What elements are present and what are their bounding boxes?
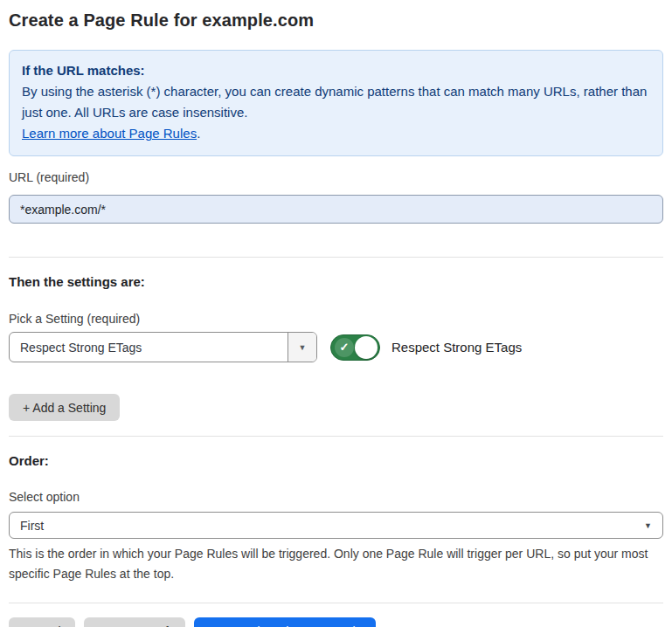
section-divider <box>9 603 663 603</box>
setting-row: Respect Strong ETags ▼ ✓ Respect Strong … <box>9 332 663 362</box>
order-select[interactable]: First ▼ <box>9 512 663 539</box>
toggle-label: Respect Strong ETags <box>391 340 522 355</box>
order-help-text: This is the order in which your Page Rul… <box>9 544 663 584</box>
page-rule-form: Create a Page Rule for example.com If th… <box>0 9 672 627</box>
settings-heading: Then the settings are: <box>9 274 663 289</box>
url-label: URL (required) <box>9 170 663 184</box>
url-input[interactable] <box>9 195 663 224</box>
section-divider <box>9 257 663 258</box>
info-box-heading: If the URL matches: <box>22 60 650 81</box>
url-match-info-box: If the URL matches: By using the asteris… <box>9 50 663 156</box>
order-select-value: First <box>20 519 644 533</box>
learn-more-link[interactable]: Learn more about Page Rules <box>22 126 197 141</box>
section-divider <box>9 436 663 437</box>
save-draft-button[interactable]: Save as Draft <box>84 617 186 627</box>
etags-toggle[interactable]: ✓ <box>330 334 380 361</box>
toggle-knob <box>355 336 378 359</box>
link-suffix: . <box>197 126 200 141</box>
setting-select-value: Respect Strong ETags <box>10 333 288 362</box>
cancel-button[interactable]: Cancel <box>9 617 75 627</box>
order-heading: Order: <box>9 453 663 468</box>
add-setting-button[interactable]: + Add a Setting <box>9 394 120 421</box>
page-title: Create a Page Rule for example.com <box>9 9 663 31</box>
order-select-label: Select option <box>9 490 663 504</box>
setting-select-arrow-button[interactable]: ▼ <box>288 333 316 362</box>
form-actions: Cancel Save as Draft Save and Deploy Pag… <box>9 617 663 627</box>
caret-down-icon: ▼ <box>644 521 652 530</box>
caret-down-icon: ▼ <box>299 343 307 352</box>
info-box-body: By using the asterisk (*) character, you… <box>22 81 650 123</box>
setting-select[interactable]: Respect Strong ETags ▼ <box>9 332 317 362</box>
deploy-button[interactable]: Save and Deploy Page Rule <box>194 617 376 627</box>
pick-setting-label: Pick a Setting (required) <box>9 312 663 326</box>
info-box-link-line: Learn more about Page Rules. <box>22 123 650 144</box>
check-icon: ✓ <box>335 338 354 357</box>
